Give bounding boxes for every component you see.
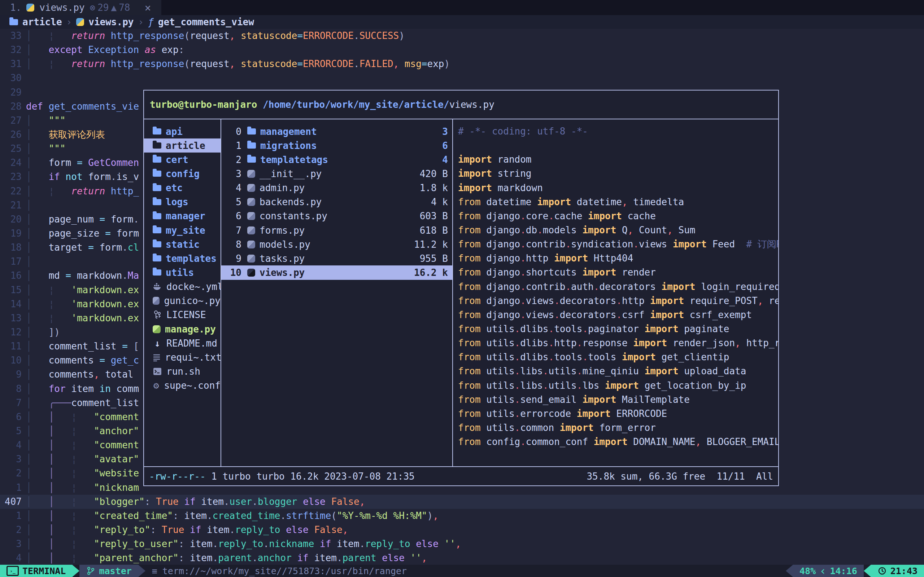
code-line[interactable]: 33│ ¦ return http_response(request, stat… (0, 29, 924, 43)
code-token: import (458, 154, 492, 165)
parent-dir-item[interactable]: cert (144, 153, 221, 167)
code-line[interactable]: 31│ ¦ return http_response(request, stat… (0, 57, 924, 71)
parent-dir-item[interactable]: requi~.txt (144, 350, 221, 364)
code-token: if (190, 524, 201, 535)
terminal-buffer-path[interactable]: term://~/work/my_site//751873:/usr/bin/r… (162, 566, 407, 576)
file-row[interactable]: 2templatetags4 (221, 153, 452, 167)
breadcrumb-folder[interactable]: article (23, 16, 62, 27)
parent-dir-item[interactable]: etc (144, 181, 221, 195)
code-token (616, 394, 622, 405)
current-code-line[interactable]: 407│ │ ¦ "blogger": True if item.user.bl… (0, 495, 924, 509)
code-token: . (520, 211, 526, 221)
code-token: form (88, 171, 111, 182)
code-line[interactable]: 3│ │ ¦ "reply_to_user": item.reply_to.ni… (0, 537, 924, 551)
parent-dir-item[interactable]: gunico~.py (144, 294, 221, 308)
code-token: │ (26, 468, 32, 479)
code-token: import (645, 324, 678, 334)
file-row[interactable]: 3__init__.py420 B (221, 167, 452, 181)
parent-dir-item[interactable]: ↓README.md (144, 336, 221, 350)
file-info: 1 turbo turbo 16.2k 2023-07-08 21:35 (206, 471, 415, 482)
file-row[interactable]: 5backends.py4 k (221, 195, 452, 209)
code-line[interactable]: 1│ │ ¦ "created_time": item.created_time… (0, 509, 924, 523)
parent-dir-item[interactable]: my_site (144, 223, 221, 237)
code-token: Feed (712, 239, 735, 250)
code-token: │ (26, 129, 32, 140)
code-token (571, 408, 577, 419)
preview-line: from utils.dlibs.tools.paginator import … (453, 322, 778, 336)
file-row[interactable]: 1migrations6 (221, 139, 452, 153)
code-token: # -*- coding: utf-8 -*- (458, 126, 588, 137)
code-token: for (49, 384, 66, 394)
code-token: md (49, 270, 60, 281)
file-row-selected[interactable]: 10views.py16.2 k (221, 266, 452, 279)
python-icon (76, 18, 84, 26)
preview-line: from django.views.decorators.http import… (453, 294, 778, 308)
preview-line: from django.shortcuts import render (453, 266, 778, 279)
file-row[interactable]: 0management3 (221, 124, 452, 139)
parent-dir-item[interactable]: config (144, 167, 221, 181)
parent-dir-item[interactable]: manager (144, 209, 221, 223)
code-token: request (190, 30, 229, 41)
file-row[interactable]: 6constants.py603 B (221, 209, 452, 223)
code-token (707, 239, 712, 250)
file-row[interactable]: 4admin.py1.8 k (221, 181, 452, 195)
code-token: │ (26, 186, 32, 197)
code-token: , (422, 553, 427, 563)
file-row[interactable]: 7forms.py618 B (221, 223, 452, 237)
code-token: │ (26, 397, 32, 408)
parent-dir-item[interactable]: static (144, 237, 221, 251)
parent-dir-item[interactable]: logs (144, 195, 221, 209)
code-token: common (520, 422, 554, 433)
parent-dir-item[interactable]: LICENSE (144, 308, 221, 322)
parent-dir-item[interactable]: manage.py (144, 322, 221, 336)
code-line[interactable]: 32│ except Exception as exp: (0, 43, 924, 57)
branch-name: master (99, 566, 131, 576)
code-line[interactable]: 30 (0, 71, 924, 85)
code-token (599, 380, 605, 391)
code-token: except (49, 44, 82, 55)
breadcrumb-file[interactable]: views.py (89, 16, 134, 27)
code-token: utils (486, 338, 514, 348)
code-token: ¦ (71, 440, 77, 450)
close-icon[interactable]: × (144, 2, 151, 14)
parent-dir-item[interactable]: utils (144, 266, 221, 279)
code-token: . (224, 496, 229, 507)
parent-dir-item[interactable]: docke~.yml (144, 280, 221, 294)
code-token (77, 411, 94, 422)
file-row[interactable]: 9tasks.py955 B (221, 251, 452, 266)
parent-dir-item-selected[interactable]: article (144, 139, 221, 153)
code-line[interactable]: 4│ │ ¦ "parent_anchor": item.parent.anch… (0, 551, 924, 565)
code-token: . (520, 295, 526, 306)
parent-dir-item[interactable]: templates (144, 251, 221, 266)
folder-icon (153, 241, 162, 247)
breadcrumb-symbol[interactable]: get_comments_view (158, 16, 254, 27)
code-token: . (515, 380, 520, 391)
python-icon (247, 240, 255, 248)
code-token (577, 225, 583, 235)
git-segment[interactable]: master (79, 565, 138, 577)
code-token: , (695, 436, 701, 447)
code-token: form (49, 157, 71, 168)
code-token: . (520, 267, 526, 278)
code-token: syndication (571, 239, 633, 250)
code-token (481, 295, 486, 306)
code-token: ¦ (71, 411, 77, 422)
code-token: . (229, 524, 235, 535)
code-token: utils (486, 422, 514, 433)
parent-dir-item[interactable]: run.sh (144, 364, 221, 378)
parent-dir-item[interactable]: api (144, 124, 221, 139)
code-token: http (554, 338, 577, 348)
code-token: dlibs (520, 324, 548, 334)
parent-dir-item[interactable]: ⚙supe~.conf (144, 379, 221, 393)
code-token (32, 44, 49, 55)
code-line[interactable]: 2│ │ ¦ "reply_to": True if item.reply_to… (0, 523, 924, 537)
tab-views-py[interactable]: 1. views.py ⊗ 29 ▲ 78 × (0, 0, 162, 15)
mode-label: TERMINAL (23, 566, 66, 576)
code-token (32, 341, 49, 351)
ranger-title: turbo@turbo-manjaro /home/turbo/work/my_… (144, 90, 778, 119)
row-index: 4 (221, 182, 241, 193)
file-row[interactable]: 8models.py11.2 k (221, 237, 452, 251)
line-number: 3 (0, 452, 22, 466)
code-token: random (498, 154, 531, 165)
code-token (54, 186, 71, 197)
